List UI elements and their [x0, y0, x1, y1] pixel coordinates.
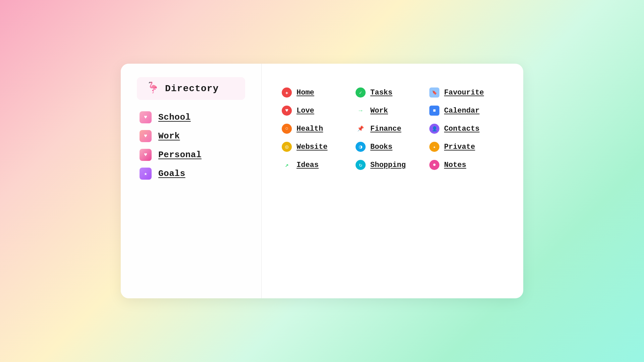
goals-icon: ★ — [140, 168, 152, 180]
tasks-grid-label: Tasks — [370, 88, 392, 97]
favourite-grid-icon: 🔖 — [429, 87, 439, 98]
directory-title: Directory — [165, 83, 219, 94]
left-item-goals[interactable]: ★Goals — [140, 166, 245, 182]
left-items: ♥School♥Work♥Personal★Goals — [137, 109, 245, 182]
notes-grid-icon: ● — [429, 160, 439, 170]
directory-header: 🦩 Directory — [137, 77, 245, 100]
work-grid-label: Work — [370, 107, 388, 115]
books-grid-icon: ◑ — [356, 142, 366, 152]
school-label: School — [158, 112, 191, 122]
home-grid-icon: ✚ — [282, 87, 292, 98]
right-item-private-col2[interactable]: ✦Private — [429, 140, 503, 153]
left-item-work[interactable]: ♥Work — [140, 128, 245, 144]
favourite-grid-label: Favourite — [444, 88, 484, 97]
right-item-finance-col1[interactable]: 📌Finance — [356, 122, 429, 135]
calendar-grid-label: Calendar — [444, 107, 480, 115]
finance-grid-label: Finance — [370, 125, 401, 133]
contacts-grid-label: Contacts — [444, 125, 480, 133]
right-item-books-col1[interactable]: ◑Books — [356, 140, 429, 153]
right-item-ideas-col0[interactable]: ↗Ideas — [282, 159, 356, 171]
flamingo-icon: 🦩 — [146, 83, 160, 94]
personal-label: Personal — [158, 150, 202, 160]
left-item-school[interactable]: ♥School — [140, 109, 245, 125]
tasks-grid-icon: ✓ — [356, 87, 366, 98]
website-grid-icon: ◎ — [282, 142, 292, 152]
right-item-tasks-col1[interactable]: ✓Tasks — [356, 86, 429, 99]
left-panel: 🦩 Directory ♥School♥Work♥Personal★Goals — [121, 64, 262, 298]
contacts-grid-icon: 👤 — [429, 124, 439, 134]
books-grid-label: Books — [370, 143, 392, 151]
right-item-health-col0[interactable]: ○Health — [282, 122, 356, 135]
finance-grid-icon: 📌 — [356, 124, 366, 134]
right-item-calendar-col2[interactable]: ■Calendar — [429, 104, 503, 117]
love-grid-icon: ♥ — [282, 106, 292, 116]
ideas-grid-label: Ideas — [297, 161, 319, 169]
work-icon: ♥ — [140, 130, 152, 142]
love-grid-label: Love — [297, 107, 314, 115]
right-item-work-col1[interactable]: →Work — [356, 104, 429, 117]
right-item-home-col0[interactable]: ✚Home — [282, 86, 356, 99]
home-grid-label: Home — [297, 88, 314, 97]
left-item-personal[interactable]: ♥Personal — [140, 147, 245, 163]
ideas-grid-icon: ↗ — [282, 160, 292, 170]
right-item-favourite-col2[interactable]: 🔖Favourite — [429, 86, 503, 99]
work-label: Work — [158, 131, 180, 141]
private-grid-icon: ✦ — [429, 142, 439, 152]
goals-label: Goals — [158, 169, 185, 179]
right-panel: ✚Home✓Tasks🔖Favourite♥Love→Work■Calendar… — [262, 64, 523, 298]
right-item-website-col0[interactable]: ◎Website — [282, 140, 356, 153]
right-grid: ✚Home✓Tasks🔖Favourite♥Love→Work■Calendar… — [282, 84, 503, 174]
notes-grid-label: Notes — [444, 161, 466, 169]
health-grid-icon: ○ — [282, 124, 292, 134]
private-grid-label: Private — [444, 143, 475, 151]
right-item-contacts-col2[interactable]: 👤Contacts — [429, 122, 503, 135]
website-grid-label: Website — [297, 143, 327, 151]
right-item-notes-col2[interactable]: ●Notes — [429, 159, 503, 171]
personal-icon: ♥ — [140, 149, 152, 161]
work-grid-icon: → — [356, 106, 366, 116]
health-grid-label: Health — [297, 125, 323, 133]
shopping-grid-label: Shopping — [370, 161, 406, 169]
school-icon: ♥ — [140, 111, 152, 123]
right-item-love-col0[interactable]: ♥Love — [282, 104, 356, 117]
notebook: 🦩 Directory ♥School♥Work♥Personal★Goals … — [121, 64, 523, 298]
right-item-shopping-col1[interactable]: ↻Shopping — [356, 159, 429, 171]
shopping-grid-icon: ↻ — [356, 160, 366, 170]
calendar-grid-icon: ■ — [429, 106, 439, 116]
